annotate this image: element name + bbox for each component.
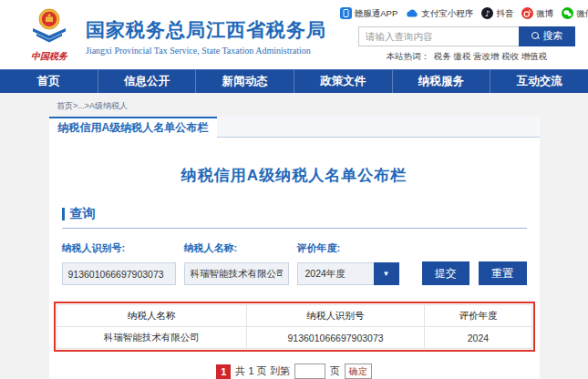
- table-row: 科瑞智能技术有限公司 913601066697903073 2024: [57, 327, 531, 349]
- alipay-cloud-icon: [406, 7, 418, 21]
- search-input[interactable]: [358, 26, 519, 46]
- logo-calligraphy: 中国税务: [31, 50, 67, 63]
- site-subtitle: Jiangxi Provincial Tax Service, State Ta…: [86, 46, 326, 56]
- social-link-app[interactable]: 赣服通APP: [340, 7, 398, 21]
- social-link-alipay[interactable]: 支付宝小程序: [406, 7, 473, 21]
- cell-evaluation-year: 2024: [425, 327, 531, 349]
- social-label: 抖音: [496, 8, 513, 20]
- content-panel: 纳税信用A级纳税人名单公布栏 纳税信用A级纳税人名单公布栏 查询 纳税人识别号:…: [49, 117, 540, 379]
- social-label: 微博: [536, 8, 553, 20]
- field-evaluation-year: 评价年度: 2024年度 ▼: [297, 241, 399, 285]
- search-button[interactable]: 搜索: [519, 26, 575, 46]
- social-label: 微信: [576, 8, 588, 20]
- cell-taxpayer-id: 913601066697903073: [246, 327, 424, 349]
- submit-button[interactable]: 提交: [422, 261, 470, 285]
- page-jump-confirm-button[interactable]: 确定: [345, 364, 372, 379]
- highlight-box: 纳税人名称 纳税人识别号 评价年度 科瑞智能技术有限公司 91360106669…: [54, 302, 535, 352]
- nav-item-policy[interactable]: 政策文件: [294, 70, 393, 93]
- nav-item-home[interactable]: 首页: [0, 70, 98, 93]
- social-label: 支付宝小程序: [421, 8, 473, 20]
- tax-emblem-icon: [28, 7, 70, 49]
- hotwords-list[interactable]: 税务 缴税 营改增 税收 增值税: [434, 51, 548, 61]
- search-button-label: 搜索: [543, 29, 563, 43]
- taxpayer-name-label: 纳税人名称:: [184, 241, 289, 255]
- query-section-title: 查询: [70, 206, 96, 222]
- field-taxpayer-id: 纳税人识别号:: [62, 241, 176, 285]
- site-search: 搜索: [358, 26, 575, 46]
- page-number-current[interactable]: 1: [216, 364, 231, 379]
- tab-bar: 纳税信用A级纳税人名单公布栏: [49, 117, 540, 138]
- site-title-block: 国家税务总局江西省税务局 Jiangxi Provincial Tax Serv…: [86, 14, 326, 56]
- taxpayer-name-input[interactable]: [184, 262, 289, 285]
- query-section-header: 查询: [62, 206, 527, 229]
- site-header: 中国税务 国家税务总局江西省税务局 Jiangxi Provincial Tax…: [0, 0, 588, 69]
- taxpayer-id-label: 纳税人识别号:: [62, 241, 176, 255]
- header-right: 赣服通APP 支付宝小程序 ♪ 抖音 微博: [358, 7, 575, 63]
- page-jump-input[interactable]: [294, 364, 325, 379]
- evaluation-year-label: 评价年度:: [297, 241, 399, 255]
- result-table: 纳税人名称 纳税人识别号 评价年度 科瑞智能技术有限公司 91360106669…: [57, 304, 532, 349]
- nav-item-interaction[interactable]: 互动交流: [490, 70, 588, 93]
- nav-item-news[interactable]: 新闻动态: [196, 70, 294, 93]
- pagination-total-text: 共 1 页 到第: [235, 364, 289, 378]
- phone-app-icon: [340, 7, 352, 21]
- reset-button[interactable]: 重置: [479, 261, 527, 285]
- header-taxpayer-name: 纳税人名称: [57, 305, 246, 327]
- social-link-wechat[interactable]: 微信: [562, 7, 588, 21]
- query-section: 查询 纳税人识别号: 纳税人名称: 评价年度: 2024年度 ▼ 提交 重置: [62, 206, 527, 285]
- pagination: 1 共 1 页 到第 页 确定: [49, 364, 540, 379]
- social-links: 赣服通APP 支付宝小程序 ♪ 抖音 微博: [340, 7, 588, 21]
- main-nav: 首页 信息公开 新闻动态 政策文件 纳税服务 互动交流: [0, 69, 588, 93]
- social-label: 赣服通APP: [355, 8, 398, 20]
- table-header-row: 纳税人名称 纳税人识别号 评价年度: [57, 305, 531, 327]
- query-form: 纳税人识别号: 纳税人名称: 评价年度: 2024年度 ▼ 提交 重置: [62, 241, 527, 285]
- evaluation-year-select[interactable]: 2024年度 ▼: [297, 262, 399, 285]
- breadcrumb[interactable]: 首页>...>A级纳税人: [57, 100, 588, 112]
- hotwords-prefix: 本站热词：: [387, 51, 430, 61]
- hotwords: 本站热词： 税务 缴税 营改增 税收 增值税: [387, 51, 548, 63]
- nav-item-info-disclosure[interactable]: 信息公开: [98, 70, 197, 93]
- chevron-down-icon[interactable]: ▼: [374, 262, 399, 285]
- evaluation-year-value: 2024年度: [297, 262, 374, 285]
- douyin-icon: ♪: [481, 7, 493, 21]
- site-logo: 中国税务: [20, 7, 78, 63]
- nav-item-tax-service[interactable]: 纳税服务: [393, 70, 491, 93]
- weibo-icon: [521, 7, 533, 21]
- section-accent-bar: [62, 208, 65, 220]
- pagination-page-suffix: 页: [330, 364, 340, 378]
- tab-a-level-taxpayer-list[interactable]: 纳税信用A级纳税人名单公布栏: [49, 117, 218, 138]
- svg-text:♪: ♪: [485, 8, 490, 17]
- social-link-douyin[interactable]: ♪ 抖音: [481, 7, 513, 21]
- wechat-icon: [562, 7, 573, 21]
- page-title: 纳税信用A级纳税人名单公布栏: [49, 165, 540, 186]
- cell-taxpayer-name: 科瑞智能技术有限公司: [57, 327, 246, 349]
- search-icon: [531, 32, 540, 40]
- header-evaluation-year: 评价年度: [425, 305, 531, 327]
- header-taxpayer-id: 纳税人识别号: [246, 305, 424, 327]
- field-taxpayer-name: 纳税人名称:: [184, 241, 289, 285]
- site-title: 国家税务总局江西省税务局: [86, 17, 326, 43]
- social-link-weibo[interactable]: 微博: [521, 7, 553, 21]
- taxpayer-id-input[interactable]: [62, 262, 176, 285]
